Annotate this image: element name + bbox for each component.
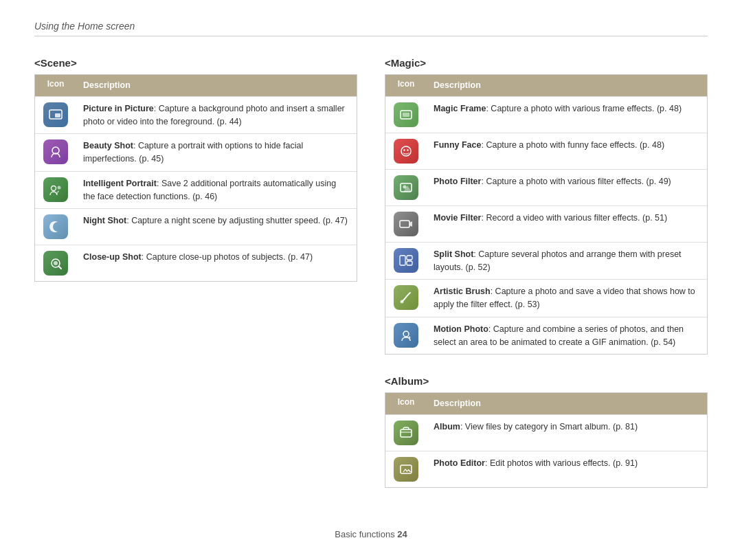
magic-table: Icon Description Magic Frame: Capture a … [385,74,708,355]
right-column: <Magic> Icon Description Magic Frame: Ca… [385,57,708,508]
artistic-brush-icon [394,285,418,310]
split-shot-icon-cell [385,243,427,278]
split-shot-icon [394,248,418,273]
portrait-icon-cell [35,172,76,208]
album-table-header: Icon Description [385,393,707,414]
magic-frame-desc: Magic Frame: Capture a photo with variou… [427,97,707,121]
artistic-brush-desc: Artistic Brush: Capture a photo and save… [427,280,707,317]
svg-point-12 [407,149,408,150]
album-desc: Album: View files by category in Smart a… [427,415,707,439]
table-row: Movie Filter: Record a video with variou… [385,205,707,242]
movie-filter-icon-cell [385,206,427,242]
svg-rect-9 [403,113,409,117]
split-shot-desc-bold: Split Shot [434,249,473,259]
left-column: <Scene> Icon Description Picture in Pict [34,57,357,508]
page-container: Using the Home screen <Scene> Icon Descr… [0,0,742,550]
night-desc-bold: Night Shot [83,216,126,225]
svg-rect-17 [407,256,412,260]
magic-frame-icon-cell [385,97,427,133]
magic-section-title: <Magic> [385,57,708,69]
album-icon-cell [385,415,427,451]
beauty-shot-icon [43,139,68,164]
magic-table-header: Icon Description [385,75,707,96]
magic-frame-desc-rest: : Capture a photo with various frame eff… [486,104,682,113]
pip-desc: Picture in Picture: Capture a background… [76,97,357,134]
table-row: Split Shot: Capture several photos and a… [385,242,707,280]
album-icon [394,421,418,445]
photo-filter-desc: Photo Filter: Capture a photo with vario… [427,170,707,194]
album-section-title: <Album> [385,375,708,387]
table-row: Picture in Picture: Capture a background… [35,96,357,134]
svg-point-19 [401,300,404,304]
photo-editor-desc-bold: Photo Editor [434,458,485,468]
night-desc-rest: : Capture a night scene by adjusting shu… [126,216,348,225]
motion-photo-icon [394,323,418,348]
beauty-icon-cell [35,134,76,170]
magic-frame-icon [394,102,418,127]
photo-editor-desc: Photo Editor: Edit photos with various e… [427,451,707,475]
magic-frame-desc-bold: Magic Frame [434,104,486,113]
night-icon-cell [35,209,76,245]
svg-point-3 [52,186,56,190]
photo-filter-icon-cell [385,170,427,205]
intelligent-portrait-icon [43,177,68,202]
table-row: Funny Face: Capture a photo with funny f… [385,133,707,169]
page-title: Using the Home screen [34,21,135,32]
funny-face-icon-cell [385,133,427,169]
pip-desc-bold: Picture in Picture [83,104,154,113]
svg-point-4 [58,186,61,189]
closeup-desc-bold: Close-up Shot [83,252,142,262]
svg-rect-23 [401,465,412,473]
table-row: Beauty Shot: Capture a portrait with opt… [35,133,357,171]
svg-rect-18 [407,261,412,265]
closeup-shot-icon [43,251,68,276]
table-row: Intelligent Portrait: Save 2 additional … [35,171,357,209]
svg-rect-15 [400,221,409,227]
photo-editor-desc-rest: : Edit photos with various effects. (p. … [485,458,638,468]
scene-header-desc-col: Description [76,75,357,96]
night-shot-icon [43,214,68,239]
pip-icon [43,102,68,127]
magic-header-desc-col: Description [427,75,707,96]
album-desc-rest: : View files by category in Smart album.… [460,422,638,432]
svg-point-6 [54,261,58,265]
svg-rect-21 [401,429,412,437]
table-row: Motion Photo: Capture and combine a seri… [385,317,707,355]
funny-face-desc-bold: Funny Face [434,140,481,150]
table-row: Artistic Brush: Capture a photo and save… [385,279,707,317]
motion-photo-icon-cell [385,317,427,353]
movie-filter-icon [394,212,418,236]
beauty-desc-bold: Beauty Shot [83,141,133,150]
movie-filter-desc-rest: : Record a video with various filter eff… [481,213,667,223]
svg-rect-16 [400,256,405,265]
funny-face-desc-rest: : Capture a photo with funny face effect… [481,140,664,150]
album-header-icon-col: Icon [385,393,427,414]
table-row: Album: View files by category in Smart a… [385,414,707,451]
scene-header-icon-col: Icon [35,75,76,96]
portrait-desc: Intelligent Portrait: Save 2 additional … [76,172,357,209]
footer-page-number: 24 [397,529,407,539]
closeup-icon-cell [35,245,76,281]
table-row: Photo Editor: Edit photos with various e… [385,451,707,487]
night-desc: Night Shot: Capture a night scene by adj… [76,209,357,233]
page-footer: Basic functions 24 [0,529,742,539]
motion-photo-desc: Motion Photo: Capture and combine a seri… [427,317,707,355]
beauty-desc: Beauty Shot: Capture a portrait with opt… [76,134,357,171]
table-row: Magic Frame: Capture a photo with variou… [385,96,707,133]
svg-point-11 [403,149,405,150]
svg-rect-1 [55,113,60,117]
footer-text: Basic functions [335,529,394,539]
scene-section-title: <Scene> [34,57,357,69]
album-table: Icon Description Album: View files by ca… [385,392,708,488]
photo-editor-icon-cell [385,451,427,487]
movie-filter-desc: Movie Filter: Record a video with variou… [427,206,707,230]
album-header-desc-col: Description [427,393,707,414]
two-column-layout: <Scene> Icon Description Picture in Pict [34,57,708,508]
magic-header-icon-col: Icon [385,75,427,96]
album-desc-bold: Album [434,422,460,432]
closeup-desc: Close-up Shot: Capture close-up photos o… [76,245,357,269]
photo-filter-desc-bold: Photo Filter [434,177,481,186]
svg-point-20 [403,331,409,337]
photo-filter-desc-rest: : Capture a photo with various filter ef… [481,177,671,186]
photo-editor-icon [394,457,418,482]
